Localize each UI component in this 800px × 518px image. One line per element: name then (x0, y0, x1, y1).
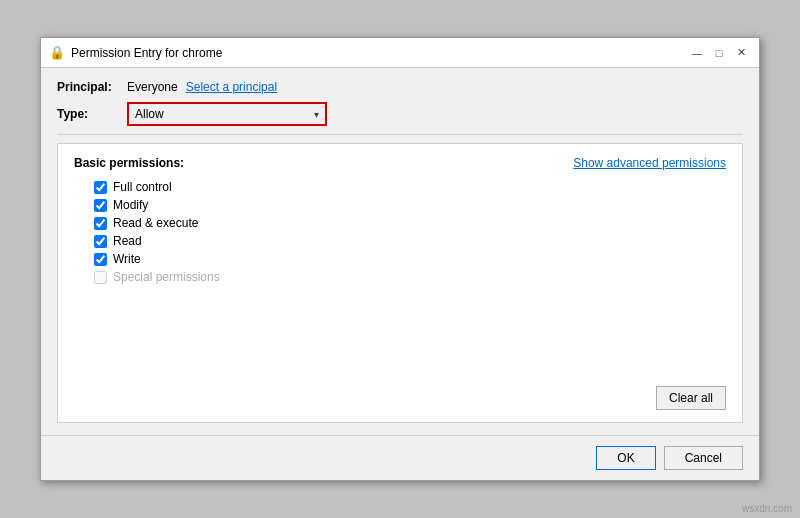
principal-row: Principal: Everyone Select a principal (57, 80, 743, 94)
checkbox-read[interactable] (94, 235, 107, 248)
permission-item-modify: Modify (94, 198, 726, 212)
dialog-window: 🔒 Permission Entry for chrome — □ ✕ Prin… (40, 37, 760, 481)
principal-label: Principal: (57, 80, 127, 94)
permissions-list: Full control Modify Read & execute Read (74, 180, 726, 284)
checkbox-fullcontrol[interactable] (94, 181, 107, 194)
checkbox-readexecute[interactable] (94, 217, 107, 230)
permission-item-fullcontrol: Full control (94, 180, 726, 194)
permission-label-special: Special permissions (113, 270, 220, 284)
select-principal-link[interactable]: Select a principal (186, 80, 277, 94)
close-button[interactable]: ✕ (731, 43, 751, 63)
window-icon: 🔒 (49, 45, 65, 60)
permission-item-write: Write (94, 252, 726, 266)
permission-label-readexecute: Read & execute (113, 216, 198, 230)
permissions-section: Basic permissions: Show advanced permiss… (57, 143, 743, 423)
select-arrow-icon: ▾ (314, 109, 319, 120)
permissions-header: Basic permissions: Show advanced permiss… (74, 156, 726, 170)
title-bar-controls: — □ ✕ (687, 43, 751, 63)
permission-item-read: Read (94, 234, 726, 248)
type-row: Type: Allow Deny ▾ (57, 102, 743, 126)
permission-label-read: Read (113, 234, 142, 248)
permission-label-write: Write (113, 252, 141, 266)
ok-button[interactable]: OK (596, 446, 655, 470)
title-bar-left: 🔒 Permission Entry for chrome (49, 45, 222, 60)
minimize-button[interactable]: — (687, 43, 707, 63)
maximize-button[interactable]: □ (709, 43, 729, 63)
type-select[interactable]: Allow Deny (135, 107, 314, 121)
clear-all-wrapper: Clear all (656, 386, 726, 410)
cancel-button[interactable]: Cancel (664, 446, 743, 470)
checkbox-write[interactable] (94, 253, 107, 266)
permission-label-modify: Modify (113, 198, 148, 212)
permission-item-special: Special permissions (94, 270, 726, 284)
divider (57, 134, 743, 135)
principal-value: Everyone (127, 80, 178, 94)
type-select-box[interactable]: Allow Deny ▾ (127, 102, 327, 126)
watermark: wsxdn.com (742, 503, 792, 514)
checkbox-special[interactable] (94, 271, 107, 284)
window-title: Permission Entry for chrome (71, 46, 222, 60)
dialog-footer: OK Cancel (41, 435, 759, 480)
permissions-title: Basic permissions: (74, 156, 184, 170)
permission-item-readexecute: Read & execute (94, 216, 726, 230)
clear-all-button[interactable]: Clear all (656, 386, 726, 410)
title-bar: 🔒 Permission Entry for chrome — □ ✕ (41, 38, 759, 68)
permission-label-fullcontrol: Full control (113, 180, 172, 194)
checkbox-modify[interactable] (94, 199, 107, 212)
dialog-content: Principal: Everyone Select a principal T… (41, 68, 759, 435)
type-label: Type: (57, 107, 127, 121)
show-advanced-link[interactable]: Show advanced permissions (573, 156, 726, 170)
